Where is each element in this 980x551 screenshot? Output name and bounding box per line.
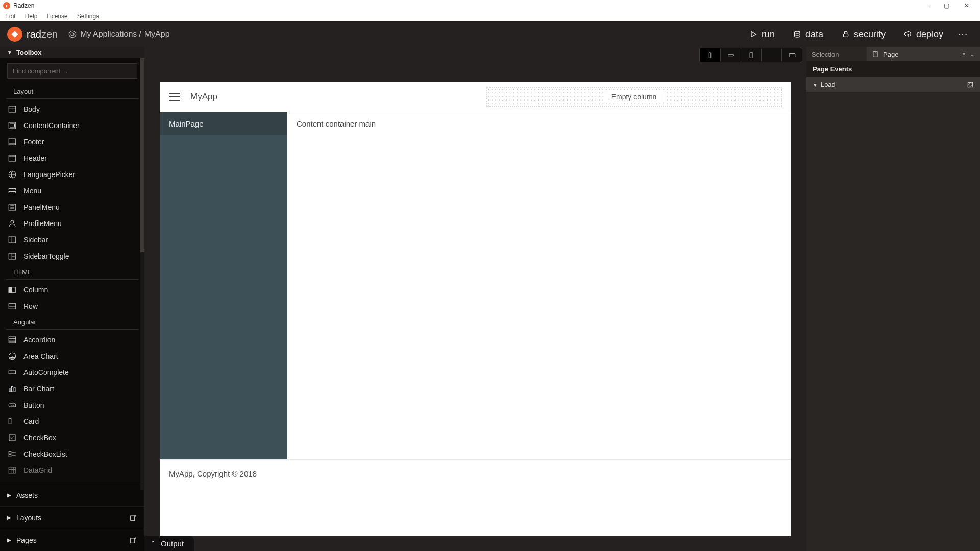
chevron-down-icon[interactable]: ⌄ [970,51,975,58]
breadcrumb-leaf[interactable]: MyApp [144,30,170,39]
component-sidebartoggle[interactable]: SidebarToggle [0,248,144,264]
data-button[interactable]: data [784,29,832,40]
selection-target[interactable]: Page ×⌄ [867,47,980,61]
component-panelmenu[interactable]: PanelMenu [0,199,144,215]
toolbox-scrollbar[interactable] [140,58,144,490]
output-panel-tab[interactable]: ⌃ Output [144,536,194,551]
new-page-icon[interactable] [129,536,137,544]
svg-rect-30 [9,337,16,339]
hamburger-icon[interactable] [169,93,180,101]
app-header[interactable]: MyApp Empty column [160,82,791,112]
app-logo-icon: r [3,2,10,9]
component-menu[interactable]: Menu [0,183,144,199]
breadcrumb-root[interactable]: My Applications [80,30,137,39]
data-label: data [805,29,823,40]
svg-rect-5 [9,106,16,112]
page-icon [872,51,879,58]
brand-text-a: rad [27,29,41,40]
edit-event-icon[interactable] [967,81,974,88]
svg-rect-31 [9,339,16,341]
svg-point-20 [11,220,14,223]
chevron-right-icon: ▶ [7,492,11,498]
page-events-header: Page Events [806,61,980,77]
minimize-button[interactable]: — [916,0,936,11]
canvas[interactable]: MyApp Empty column MainPage Content cont… [160,82,791,536]
component-button[interactable]: btnButton [0,397,144,413]
chevron-down-icon: ▼ [813,82,818,88]
run-button[interactable]: run [740,29,784,40]
component-checkboxlist[interactable]: CheckBoxList [0,446,144,462]
chevron-right-icon: ▶ [7,515,11,520]
search-input[interactable] [7,63,137,79]
deploy-button[interactable]: deploy [895,29,952,40]
app-footer[interactable]: MyApp, Copyright © 2018 [160,459,791,488]
brand: radzen [7,27,58,42]
component-languagepicker[interactable]: LanguagePicker [0,166,144,183]
device-tablet-land[interactable] [761,48,781,62]
menu-license[interactable]: License [44,12,69,21]
component-body[interactable]: Body [0,101,144,117]
device-switcher [699,48,802,62]
toolbox-panel: ▼ Toolbox Layout Body ContentContainer F… [0,47,144,551]
more-button[interactable]: ⋯ [952,28,973,40]
component-row[interactable]: Row [0,298,144,314]
content-container[interactable]: Content container main [287,112,791,459]
component-contentcontainer[interactable]: ContentContainer [0,117,144,134]
svg-point-33 [9,353,16,360]
event-load[interactable]: ▼Load [806,77,980,92]
toolbox-header[interactable]: ▼ Toolbox [0,47,144,58]
device-tablet[interactable] [741,48,761,62]
device-phone[interactable] [700,48,720,62]
svg-rect-37 [14,388,15,392]
group-layout: Layout [6,84,138,99]
svg-rect-8 [10,124,15,127]
group-html: HTML [6,264,138,280]
component-card[interactable]: <​rect x="3" y="5" width="18" height="14… [0,413,144,430]
component-footer[interactable]: Footer [0,134,144,150]
svg-rect-43 [9,455,11,457]
breadcrumb-sep: / [139,30,141,39]
device-desktop[interactable] [781,48,802,62]
security-label: security [854,29,886,40]
component-checkbox[interactable]: CheckBox [0,430,144,446]
component-areachart[interactable]: Area Chart [0,348,144,364]
pages-section[interactable]: ▶Pages [0,529,144,551]
svg-rect-42 [9,452,11,454]
component-accordion[interactable]: Accordion [0,332,144,348]
sidebar-item-mainpage[interactable]: MainPage [160,112,287,135]
component-column[interactable]: Column [0,282,144,298]
maximize-button[interactable]: ▢ [936,0,957,11]
device-phone-land[interactable] [720,48,741,62]
component-barchart[interactable]: Bar Chart [0,381,144,397]
close-button[interactable]: ✕ [957,0,977,11]
component-autocomplete[interactable]: AutoComplete [0,364,144,381]
brand-text-b: zen [41,29,58,40]
svg-point-3 [795,31,800,33]
menu-help[interactable]: Help [23,12,40,21]
new-layout-icon[interactable] [129,514,137,522]
svg-rect-46 [9,467,16,473]
group-angular: Angular [6,314,138,330]
menu-settings[interactable]: Settings [75,12,101,21]
svg-rect-40 [9,419,11,424]
component-datagrid[interactable]: DataGrid [0,462,144,479]
svg-rect-55 [789,54,795,57]
app-sidebar[interactable]: MainPage [160,112,287,459]
assets-section[interactable]: ▶Assets [0,484,144,506]
app-title: MyApp [190,92,217,102]
svg-rect-35 [9,389,11,392]
menu-edit[interactable]: Edit [3,12,18,21]
component-header[interactable]: Header [0,150,144,166]
security-button[interactable]: security [832,29,895,40]
svg-rect-4 [843,34,848,37]
selection-name: Page [883,51,898,58]
empty-column-drop[interactable]: Empty column [486,87,782,107]
window-title: Radzen [13,2,34,9]
component-profilemenu[interactable]: ProfileMenu [0,215,144,232]
selection-label: Selection [806,47,867,61]
layouts-section[interactable]: ▶Layouts [0,506,144,529]
properties-panel: Selection Page ×⌄ Page Events ▼Load [806,47,980,551]
svg-rect-27 [9,287,11,293]
component-sidebar[interactable]: Sidebar [0,232,144,248]
close-selection-icon[interactable]: × [962,51,966,58]
